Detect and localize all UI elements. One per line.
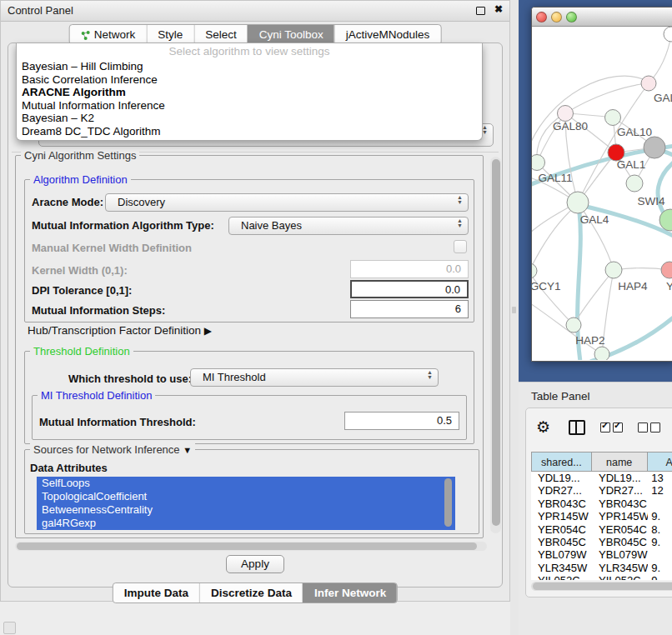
split-columns-icon[interactable] (569, 420, 585, 435)
hub-definition-label: Hub/Transcription Factor Definition (28, 324, 201, 337)
table-row[interactable]: YBL079WYBL079W (531, 548, 672, 561)
settings-horizontal-scrollbar[interactable] (15, 542, 487, 551)
network-desktop: GALGAL80GAL10GAL1GAL11SWI4GAL4GCY1HAP4YH… (519, 0, 672, 382)
algorithm-option[interactable]: Basic Correlation Inference (17, 73, 482, 87)
expand-right-icon[interactable]: ▶ (204, 325, 212, 337)
minimize-traffic-light-icon[interactable] (551, 12, 562, 22)
algorithm-option[interactable]: Mutual Information Inference (17, 99, 482, 112)
table-cell: YDL19... (592, 472, 648, 484)
table-row[interactable]: YLR345WYLR345W9. (531, 562, 672, 574)
network-edge[interactable] (532, 204, 578, 271)
column-header-shared-[interactable]: shared... (531, 452, 592, 472)
table-cell: YDL19... (531, 472, 592, 484)
sources-group-title[interactable]: Sources for Network Inference ▼ (30, 443, 195, 456)
bottom-tab-infer-network[interactable]: Infer Network (303, 583, 397, 602)
algorithm-option[interactable]: Bayesian – Hill Climbing (17, 60, 482, 73)
algorithm-option[interactable]: Bayesian – K2 (17, 112, 482, 125)
network-graph[interactable]: GALGAL80GAL10GAL1GAL11SWI4GAL4GCY1HAP4YH… (532, 27, 672, 360)
bottom-tab-impute-data[interactable]: Impute Data (113, 583, 199, 602)
network-node-y[interactable] (661, 262, 672, 278)
table-row[interactable]: YER054CYER054C8. (531, 523, 672, 536)
tab-cyni-toolbox[interactable]: Cyni Toolbox (248, 25, 334, 44)
table-cell: 9 (648, 574, 672, 580)
mi-steps-field[interactable]: 6 (350, 300, 469, 318)
node-label: HAP2 (575, 334, 604, 347)
mi-type-value: Naive Bayes (229, 218, 468, 234)
network-node-gal10[interactable] (605, 110, 621, 126)
tab-jactivemnodules[interactable]: jActiveMNodules (334, 25, 441, 44)
algorithm-option[interactable]: ARACNE Algorithm (17, 86, 482, 99)
attribute-list-item[interactable]: SelfLoops (37, 477, 455, 490)
hub-definition-expander[interactable]: Hub/Transcription Factor Definition ▶ (28, 324, 212, 337)
float-window-icon[interactable] (476, 7, 485, 15)
tab-network[interactable]: Network (70, 25, 147, 44)
table-cell: YIL052C (531, 574, 592, 580)
close-icon[interactable]: ✖ (494, 3, 503, 15)
table-cell: 12 (648, 484, 672, 497)
column-header-name[interactable]: name (592, 452, 648, 472)
table-horizontal-scrollbar[interactable] (531, 582, 672, 591)
network-node-gal11[interactable] (532, 155, 545, 171)
kernel-width-field[interactable]: 0.0 (350, 260, 469, 278)
node-table: shared...nameAYDL19...YDL19...13YDR27...… (531, 452, 672, 580)
table-row[interactable]: YBR043CYBR043C (531, 498, 672, 510)
node-label: Y (666, 280, 672, 292)
mi-threshold-group: MI Threshold Definition Mutual Informati… (32, 395, 467, 440)
mi-type-select[interactable]: Naive Bayes ▲▼ (228, 217, 469, 235)
network-edge[interactable] (649, 35, 671, 83)
table-cell: YER054C (531, 523, 592, 536)
list-scrollbar[interactable] (444, 478, 452, 527)
tab-style[interactable]: Style (146, 25, 193, 44)
resize-grip-icon[interactable] (3, 622, 16, 634)
network-node-gcy1[interactable] (532, 263, 537, 278)
dpi-tolerance-field[interactable]: 0.0 (350, 280, 469, 298)
network-node[interactable] (644, 137, 665, 158)
attribute-list-item[interactable]: gal4RGexp (37, 517, 455, 530)
node-label: GAL (654, 92, 672, 104)
algorithm-option[interactable]: Dream8 DC_TDC Algorithm (17, 125, 482, 138)
mi-threshold-field[interactable]: 0.5 (344, 412, 459, 430)
network-node-hap2[interactable] (566, 318, 581, 332)
table-row[interactable]: YBR045CYBR045C9. (531, 536, 672, 548)
table-row[interactable]: YPR145WYPR145W9. (531, 510, 672, 522)
network-edge[interactable] (532, 76, 649, 150)
bottom-tab-discretize-data[interactable]: Discretize Data (199, 583, 303, 602)
settings-vertical-scrollbar[interactable] (490, 157, 501, 533)
zoom-traffic-light-icon[interactable] (566, 12, 577, 22)
close-traffic-light-icon[interactable] (536, 12, 547, 22)
network-node-gal80[interactable] (558, 106, 574, 122)
network-view-window: GALGAL80GAL10GAL1GAL11SWI4GAL4GCY1HAP4YH… (531, 7, 672, 362)
divider-handle-icon[interactable] (512, 307, 516, 313)
network-window-titlebar[interactable] (532, 8, 672, 27)
table-row[interactable]: YIL052CYIL052C9 (531, 574, 672, 580)
network-node-hap4[interactable] (605, 262, 622, 278)
which-threshold-select[interactable]: MI Threshold ▲▼ (190, 368, 439, 387)
data-attributes-label: Data Attributes (30, 462, 108, 474)
attribute-list-item[interactable]: BetweennessCentrality (37, 503, 455, 517)
network-node-gal[interactable] (641, 76, 656, 91)
checkboxes-checked-icon[interactable] (600, 422, 623, 432)
table-row[interactable]: YDL19...YDL19...13 (531, 472, 672, 484)
network-node-gal4[interactable] (567, 192, 589, 213)
control-panel-window: Control Panel ✖ NetworkStyleSelectCyni T… (0, 0, 510, 602)
checkboxes-unchecked-icon[interactable] (638, 422, 660, 432)
split-divider[interactable] (510, 0, 519, 635)
sources-group: Sources for Network Inference ▼ Data Att… (24, 449, 479, 534)
apply-button[interactable]: Apply (226, 555, 284, 573)
stepper-arrows-icon: ▲▼ (457, 218, 463, 228)
tab-select[interactable]: Select (193, 25, 248, 44)
settings-gear-icon[interactable]: ⚙ (536, 418, 550, 437)
collapse-down-icon[interactable]: ▼ (183, 445, 192, 455)
table-cell: YBL079W (531, 548, 592, 561)
network-canvas[interactable]: GALGAL80GAL10GAL1GAL11SWI4GAL4GCY1HAP4YH… (532, 27, 672, 360)
network-edge[interactable] (565, 83, 649, 113)
aracne-mode-select[interactable]: Discovery ▲▼ (105, 193, 469, 212)
table-row[interactable]: YDR27...YDR27...12 (531, 484, 672, 497)
manual-kernel-checkbox[interactable] (454, 240, 467, 253)
table-cell: YPR145W (592, 510, 648, 522)
column-header-a[interactable]: A (648, 452, 672, 472)
network-node[interactable] (594, 347, 609, 360)
network-node[interactable] (664, 27, 672, 42)
network-node-swi4[interactable] (626, 175, 643, 192)
attribute-list-item[interactable]: TopologicalCoefficient (37, 490, 455, 503)
